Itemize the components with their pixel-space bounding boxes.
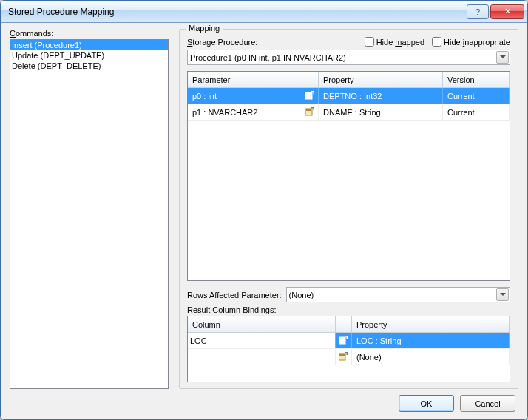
hide-mapped-input[interactable] (365, 37, 374, 47)
result-binding-row[interactable]: LOC : String (188, 333, 510, 349)
chevron-down-icon (496, 288, 509, 301)
rows-affected-row: Rows Affected Parameter: (None) (187, 287, 510, 302)
rows-affected-value: (None) (289, 291, 314, 299)
storage-procedure-combo[interactable]: Procedure1 (p0 IN int, p1 IN NVARCHAR2) (187, 50, 510, 65)
version-cell[interactable]: Current (443, 104, 510, 120)
storage-procedure-value: Procedure1 (p0 IN int, p1 IN NVARCHAR2) (190, 53, 346, 62)
svg-rect-1 (306, 93, 311, 95)
version-cell[interactable]: Current (443, 88, 510, 104)
dialog-buttons: OK Cancel (10, 389, 518, 412)
header-version[interactable]: Version (443, 72, 510, 87)
result-grid-body: LOC : String(None) (188, 333, 510, 382)
client-area: Commands: Insert (Procedure1)Update (DEP… (1, 23, 527, 419)
ok-button[interactable]: OK (399, 395, 454, 412)
commands-label: Commands: (10, 29, 169, 38)
property-icon (339, 352, 348, 362)
question-icon: ? (475, 7, 480, 16)
parameter-grid-header: Parameter Property Version (188, 72, 510, 88)
cancel-button[interactable]: Cancel (460, 395, 515, 412)
parameter-cell: p1 : NVARCHAR2 (188, 104, 302, 120)
parameter-row[interactable]: p0 : intDEPTNO : Int32Current (188, 88, 510, 104)
dialog-window: Stored Procedure Mapping ? ✕ Commands: I… (0, 0, 528, 420)
storage-procedure-row: Storage Procedure: Hide mapped Hide inap… (187, 37, 510, 47)
svg-rect-13 (339, 354, 345, 356)
window-title: Stored Procedure Mapping (8, 7, 465, 17)
property-icon (305, 91, 315, 101)
column-cell[interactable] (188, 333, 336, 348)
header-property[interactable]: Property (319, 72, 443, 87)
commands-item[interactable]: Update (DEPT_UPDATE) (10, 50, 168, 61)
close-button[interactable]: ✕ (490, 4, 524, 19)
property-cell[interactable]: LOC : String (352, 333, 510, 348)
svg-rect-15 (347, 352, 348, 355)
close-icon: ✕ (504, 7, 511, 16)
result-binding-row[interactable]: (None) (188, 349, 510, 365)
mapping-panel: Mapping Storage Procedure: Hide mapped (179, 29, 518, 389)
parameter-grid[interactable]: Parameter Property Version p0 : intDEPTN… (187, 71, 510, 281)
property-cell[interactable]: (None) (352, 349, 510, 365)
mapping-legend: Mapping (186, 24, 223, 33)
result-grid-header: Column Property (188, 316, 510, 333)
main-split: Commands: Insert (Procedure1)Update (DEP… (10, 29, 518, 389)
svg-rect-11 (347, 336, 348, 339)
parameter-cell: p0 : int (188, 88, 302, 104)
parameter-row[interactable]: p1 : NVARCHAR2DNAME : StringCurrent (188, 104, 510, 121)
commands-listbox[interactable]: Insert (Procedure1)Update (DEPT_UPDATE)D… (10, 39, 169, 389)
header-column[interactable]: Column (188, 316, 336, 332)
help-button[interactable]: ? (467, 4, 489, 19)
commands-panel: Commands: Insert (Procedure1)Update (DEP… (10, 29, 169, 389)
svg-rect-3 (314, 91, 315, 94)
rows-affected-combo[interactable]: (None) (286, 287, 510, 302)
svg-rect-7 (314, 107, 315, 110)
window-buttons: ? ✕ (465, 4, 524, 19)
hide-mapped-checkbox[interactable]: Hide mapped (365, 37, 424, 47)
result-bindings-label: Result Column Bindings: (187, 305, 510, 314)
property-cell[interactable]: DEPTNO : Int32 (319, 88, 443, 104)
mapping-group: Mapping Storage Procedure: Hide mapped (179, 29, 518, 389)
hide-inappropriate-checkbox[interactable]: Hide inappropriate (432, 37, 510, 47)
result-bindings-grid[interactable]: Column Property LOC : String(None) (187, 316, 510, 382)
hide-inappropriate-input[interactable] (432, 37, 441, 47)
property-icon (305, 107, 315, 117)
svg-rect-9 (339, 338, 345, 339)
header-property[interactable]: Property (352, 316, 510, 332)
parameter-grid-body: p0 : intDEPTNO : Int32Currentp1 : NVARCH… (188, 88, 510, 280)
commands-item[interactable]: Delete (DEPT_DELETE) (10, 61, 168, 71)
property-icon (339, 336, 348, 345)
chevron-down-icon (496, 51, 509, 64)
rows-affected-label: Rows Affected Parameter: (187, 291, 282, 299)
column-cell[interactable] (188, 349, 336, 365)
property-cell[interactable]: DNAME : String (319, 104, 443, 120)
title-bar: Stored Procedure Mapping ? ✕ (1, 1, 527, 23)
commands-item[interactable]: Insert (Procedure1) (10, 40, 168, 50)
header-parameter[interactable]: Parameter (188, 72, 302, 87)
column-edit-input[interactable] (190, 336, 333, 345)
storage-procedure-label: Storage Procedure: (187, 38, 257, 47)
svg-rect-5 (306, 109, 311, 111)
